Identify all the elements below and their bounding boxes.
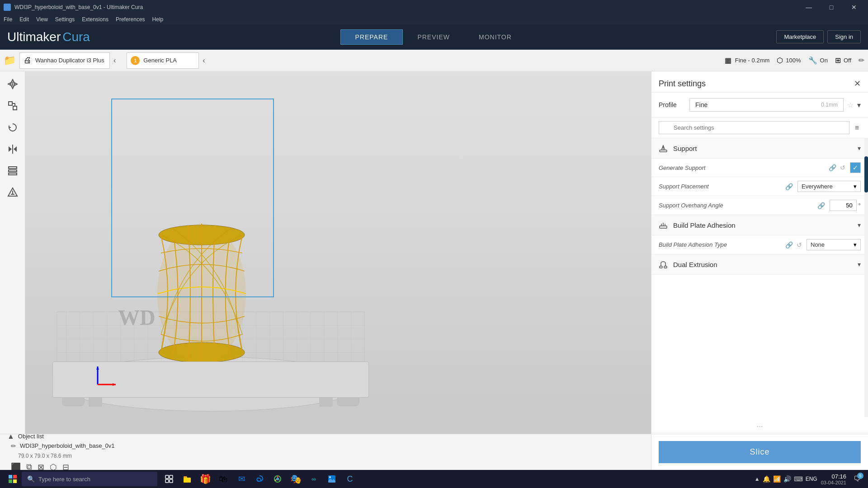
tray-expand[interactable]: ▲ — [755, 476, 760, 482]
taskbar-app2[interactable]: C — [342, 470, 358, 488]
toolbar: 📁 🖨 Wanhao Duplicator i3 Plus ‹ 1 Generi… — [0, 50, 868, 71]
taskbar-arduino[interactable]: ∞ — [306, 470, 322, 488]
generate-support-link-btn[interactable]: 🔗 — [828, 163, 837, 172]
svg-rect-30 — [660, 150, 667, 152]
tool-solidview[interactable] — [4, 183, 22, 202]
filter-button[interactable]: ≡ — [853, 122, 861, 134]
notification-button[interactable]: 🗨 5 — [850, 472, 864, 486]
taskbar-app1[interactable]: 🎭 — [288, 470, 304, 488]
system-tray: ▲ 🔔 📶 🔊 ⌨ ENG — [755, 475, 817, 483]
menu-extensions[interactable]: Extensions — [82, 16, 108, 23]
printer-nav-left[interactable]: ‹ — [110, 52, 119, 69]
support-placement-link-btn[interactable]: 🔗 — [784, 182, 794, 191]
taskbar-store[interactable]: 🛍 — [215, 470, 231, 488]
taskbar-mail[interactable]: ✉ — [233, 470, 250, 488]
section-dual-extrusion-arrow: ▾ — [858, 261, 861, 268]
search-input[interactable] — [659, 121, 849, 134]
app-icon — [4, 4, 11, 11]
lang-indicator[interactable]: ENG — [806, 476, 817, 482]
material-nav-left[interactable]: ‹ — [199, 52, 208, 69]
signin-button[interactable]: Sign in — [827, 30, 861, 43]
svg-rect-47 — [170, 479, 173, 483]
titlebar: WDI3P_hyperboloid_with_base_0v1 - Ultima… — [0, 0, 868, 14]
taskbar-file-explorer[interactable] — [179, 470, 195, 488]
tool-rotate[interactable] — [4, 118, 22, 136]
menu-view[interactable]: View — [36, 16, 48, 23]
adhesion-toggle[interactable]: ⊞ Off — [835, 56, 851, 65]
section-dual-extrusion-header[interactable]: Dual Extrusion ▾ — [651, 254, 868, 275]
close-button[interactable]: ✕ — [844, 0, 864, 14]
overhang-angle-actions: 🔗 — [816, 201, 826, 210]
printer-selector[interactable]: 🖨 Wanhao Duplicator i3 Plus — [19, 52, 110, 69]
menu-settings[interactable]: Settings — [55, 16, 75, 23]
header-nav: PREPARE PREVIEW MONITOR — [340, 29, 526, 45]
marketplace-button[interactable]: Marketplace — [776, 30, 824, 43]
menu-file[interactable]: File — [4, 16, 12, 23]
collapse-icon[interactable]: ▲ — [7, 432, 14, 441]
tool-move[interactable] — [4, 75, 22, 93]
adhesion-link-btn[interactable]: 🔗 — [784, 240, 794, 249]
setting-adhesion-type: Build Plate Adhesion Type 🔗 ↺ None ▾ — [651, 235, 868, 254]
wifi-icon[interactable]: 📶 — [773, 475, 781, 483]
menu-edit[interactable]: Edit — [19, 16, 29, 23]
nav-preview[interactable]: PREVIEW — [403, 29, 464, 45]
section-buildplate-header[interactable]: Build Plate Adhesion ▾ — [651, 215, 868, 235]
material-selector[interactable]: 1 Generic PLA — [127, 52, 199, 69]
overhang-link-btn[interactable]: 🔗 — [816, 201, 826, 210]
menu-help[interactable]: Help — [152, 16, 164, 23]
maximize-button[interactable]: □ — [821, 0, 842, 14]
profile-favorite-button[interactable]: ☆ — [847, 101, 854, 109]
time-date[interactable]: 07:16 03-04-2021 — [821, 473, 846, 485]
support-toggle[interactable]: 🔧 On — [808, 56, 828, 65]
svg-point-4 — [12, 83, 14, 85]
adhesion-type-actions: 🔗 ↺ — [784, 240, 803, 249]
adhesion-type-dropdown[interactable]: None ▾ — [807, 239, 861, 250]
volume-icon[interactable]: 🔊 — [783, 475, 791, 483]
overhang-angle-input[interactable] — [830, 200, 857, 211]
slice-button[interactable]: Slice — [659, 441, 861, 463]
taskbar-edge[interactable] — [251, 470, 268, 488]
scrollbar-track — [864, 138, 868, 417]
tool-scale[interactable] — [4, 97, 22, 115]
infill-selector[interactable]: ⬡ 100% — [777, 56, 801, 65]
svg-rect-41 — [13, 475, 17, 479]
taskbar-task-view[interactable] — [161, 470, 177, 488]
profile-select[interactable]: Fine 0.1mm — [689, 98, 844, 112]
object-dimensions: 79.0 x 79.0 x 78.6 mm — [18, 453, 72, 459]
adhesion-type-label: Build Plate Adhesion Type — [659, 241, 784, 248]
more-options[interactable]: ... — [651, 417, 868, 432]
generate-support-reset-btn[interactable]: ↺ — [839, 163, 846, 172]
support-placement-dropdown[interactable]: Everywhere ▾ — [797, 181, 861, 192]
more-dots: ... — [757, 421, 763, 429]
coordinate-axes — [95, 364, 118, 389]
menu-preferences[interactable]: Preferences — [116, 16, 145, 23]
nav-prepare[interactable]: PREPARE — [340, 29, 403, 45]
taskbar-search[interactable]: 🔍 Type here to search — [22, 472, 157, 486]
object-list-label[interactable]: Object list — [18, 433, 44, 440]
taskbar-right: ▲ 🔔 📶 🔊 ⌨ ENG 07:16 03-04-2021 🗨 5 — [755, 472, 864, 486]
tool-layerview[interactable] — [4, 162, 22, 180]
taskbar-gift[interactable]: 🎁 — [197, 470, 213, 488]
profile-dropdown-arrow[interactable]: ▾ — [857, 101, 861, 109]
scrollbar-thumb[interactable] — [864, 156, 868, 192]
svg-marker-2 — [8, 83, 11, 85]
start-button[interactable] — [4, 470, 22, 488]
minimize-button[interactable]: — — [798, 0, 819, 14]
nav-monitor[interactable]: MONITOR — [464, 29, 526, 45]
taskbar-chrome[interactable] — [269, 470, 286, 488]
section-support-arrow: ▾ — [858, 145, 861, 152]
section-support-header[interactable]: Support ▾ — [651, 138, 868, 159]
tool-mirror[interactable] — [4, 140, 22, 158]
quality-selector[interactable]: ▦ Fine - 0.2mm — [725, 56, 770, 65]
panel-close-button[interactable]: ✕ — [854, 79, 861, 89]
print-settings-panel: Print settings ✕ Profile Fine 0.1mm ☆ ▾ … — [651, 71, 868, 452]
material-badge: 1 — [131, 56, 140, 65]
adhesion-reset-btn[interactable]: ↺ — [796, 240, 803, 249]
taskbar-photos[interactable] — [324, 470, 340, 488]
svg-rect-45 — [170, 475, 173, 479]
main-header: Ultimaker Cura PREPARE PREVIEW MONITOR M… — [0, 24, 868, 50]
generate-support-checkbox[interactable]: ✓ — [850, 162, 861, 173]
viewport[interactable]: WD — [25, 71, 651, 452]
settings-edit-button[interactable]: ✏ — [859, 56, 864, 65]
section-support-title: Support — [673, 145, 858, 152]
